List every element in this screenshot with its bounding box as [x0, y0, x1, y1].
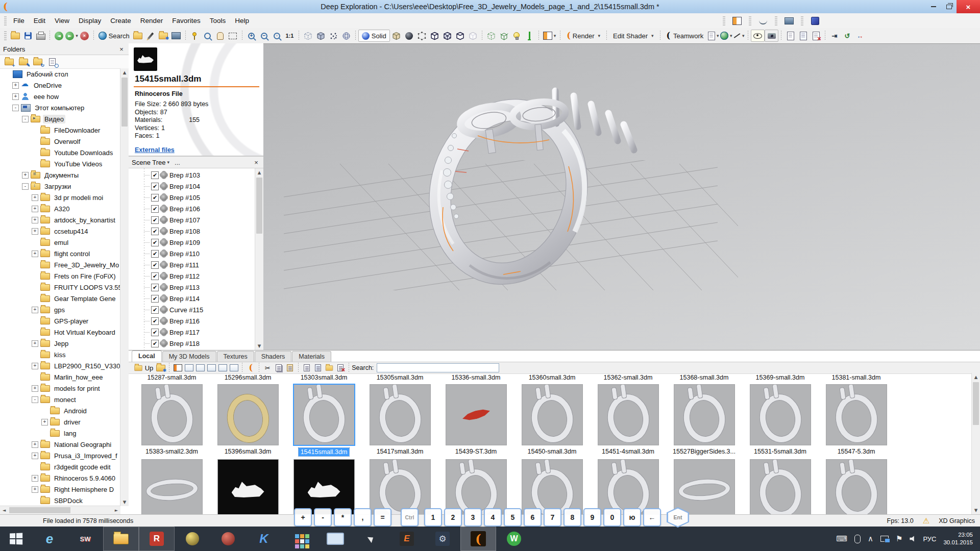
view-thumbnails-button[interactable]: [172, 363, 183, 373]
folder-tree-item[interactable]: GPS-player: [0, 315, 120, 327]
folder-tree-item[interactable]: + eee how: [0, 91, 120, 102]
file-label[interactable]: 15360small.3dm: [514, 374, 590, 382]
virtual-key[interactable]: 6: [524, 508, 542, 527]
folders-vertical-scrollbar[interactable]: ▲ ▼: [120, 68, 129, 506]
taskbar-app-button[interactable]: [317, 527, 353, 551]
expander-icon[interactable]: +: [32, 194, 38, 201]
folder-tree-item[interactable]: - Этот компьютер: [0, 102, 120, 113]
expander-icon[interactable]: +: [41, 419, 48, 425]
file-label[interactable]: 15531-5small.3dm: [752, 447, 808, 456]
scene-tree-item[interactable]: ✔ Brep #105: [129, 192, 255, 203]
taskbar-app-button[interactable]: [103, 527, 139, 551]
taskbar-app-button[interactable]: R: [139, 527, 175, 551]
folder-tree-item[interactable]: + A320: [0, 203, 120, 214]
expander-icon[interactable]: +: [32, 251, 38, 257]
thumbnail-image[interactable]: [598, 384, 659, 445]
explore-folder-button[interactable]: [47, 57, 57, 66]
expander-icon[interactable]: -: [12, 105, 19, 111]
folder-tree-item[interactable]: + ccsetup414: [0, 226, 120, 237]
virtual-key[interactable]: Ent: [667, 507, 689, 528]
close-icon[interactable]: ×: [252, 159, 260, 166]
scene-tree-item[interactable]: ✔ Curve #115: [129, 304, 255, 315]
delete-note-button[interactable]: ×: [810, 30, 822, 41]
expander-icon[interactable]: +: [32, 206, 38, 212]
notification-flag-icon[interactable]: ⚑: [896, 534, 902, 543]
textured-mode-icon[interactable]: [390, 30, 403, 41]
menu-item[interactable]: Render: [136, 14, 167, 27]
menu-item[interactable]: Tools: [205, 14, 231, 27]
view-icons-button[interactable]: [183, 363, 194, 373]
light-icon[interactable]: [510, 30, 523, 41]
scene-tree-item[interactable]: ✔ Brep #116: [129, 315, 255, 327]
file-label[interactable]: 15383-small2.3dm: [143, 447, 200, 456]
browser-tab[interactable]: Materials: [292, 351, 331, 362]
display-icon[interactable]: [782, 15, 796, 27]
keyboard-tray-icon[interactable]: ⌨: [836, 534, 847, 543]
import-file-button[interactable]: [301, 363, 312, 373]
thumbnail-image[interactable]: [674, 384, 735, 445]
scrollbar-thumb[interactable]: [256, 178, 262, 234]
hidden-line-cube-icon[interactable]: [467, 30, 479, 41]
thumbnail-image[interactable]: [750, 459, 811, 514]
file-thumbnail-item[interactable]: 15450-small.3dm: [514, 382, 590, 456]
grid-vertical-scrollbar[interactable]: ▲ ▼: [971, 373, 980, 514]
scene-tree-item[interactable]: ✔ Brep #106: [129, 203, 255, 214]
folder-tree-item[interactable]: + National Geographi: [0, 439, 120, 450]
folder-tree-item[interactable]: Overwolf: [0, 136, 120, 147]
file-thumbnail-item[interactable]: 15527BiggerSides.3...: [666, 382, 742, 456]
file-label[interactable]: 15287-small.3dm: [134, 374, 210, 382]
folder-tree-item[interactable]: + gps: [0, 304, 120, 315]
search-input[interactable]: [377, 363, 499, 372]
open-box-icon[interactable]: [498, 30, 510, 41]
thumbnail-image[interactable]: [141, 459, 203, 514]
virtual-key[interactable]: ←: [643, 508, 661, 527]
visibility-checkbox-checked[interactable]: ✔: [151, 272, 159, 280]
scene-tree-item[interactable]: ✔ Brep #111: [129, 259, 255, 270]
visibility-checkbox-checked[interactable]: ✔: [151, 306, 159, 314]
expander-icon[interactable]: +: [32, 340, 38, 347]
taskbar-app-button[interactable]: [282, 527, 317, 551]
folder-tree-item[interactable]: Marlin_how_eee: [0, 371, 120, 383]
file-label[interactable]: 15303small.3dm: [286, 374, 362, 382]
print-button[interactable]: [34, 30, 47, 41]
restore-button[interactable]: [941, 0, 957, 13]
bounding-box-mode-icon[interactable]: [302, 30, 314, 41]
scene-tree-item[interactable]: ✔ Brep #109: [129, 237, 255, 248]
taskbar-app-button[interactable]: [353, 527, 389, 551]
folder-tree-item[interactable]: + models for print: [0, 383, 120, 394]
scrollbar-thumb[interactable]: [121, 78, 128, 127]
file-thumbnail-item[interactable]: 15451-4small.3dm: [590, 382, 666, 456]
browser-tab[interactable]: My 3D Models: [162, 351, 216, 362]
view-content-button[interactable]: [228, 363, 239, 373]
visibility-checkbox-checked[interactable]: ✔: [151, 183, 159, 190]
snapshot-button[interactable]: [765, 30, 778, 42]
draw-line-dropdown[interactable]: ▾: [732, 30, 745, 41]
scene-vertical-scrollbar[interactable]: ▲ ▼: [255, 168, 263, 350]
visibility-checkbox-checked[interactable]: ✔: [151, 171, 159, 179]
virtual-key[interactable]: 2: [444, 508, 462, 527]
edit-file-button[interactable]: [324, 363, 335, 373]
folder-tree-item[interactable]: Youtube Downloads: [0, 147, 120, 158]
scene-tree-item[interactable]: ✔ Brep #110: [129, 248, 255, 259]
folder-tree-item[interactable]: - Видео: [0, 113, 120, 124]
view-list-button[interactable]: [194, 363, 206, 373]
visibility-button[interactable]: [751, 30, 765, 42]
save-button[interactable]: [21, 30, 34, 41]
virtual-key[interactable]: ,: [354, 508, 372, 527]
show-hidden-icons-chevron[interactable]: ∧: [868, 534, 873, 543]
up-button[interactable]: Up: [132, 363, 155, 373]
folder-tree-item[interactable]: - monect: [0, 394, 120, 405]
taskbar-app-button[interactable]: ⚙: [425, 527, 460, 551]
folder-tree-item[interactable]: Gear Template Gene: [0, 293, 120, 304]
thumbnail-image[interactable]: [141, 384, 203, 445]
select-tool[interactable]: [188, 30, 201, 41]
menu-item[interactable]: Favorites: [167, 14, 205, 27]
vertex-cube-mode-icon[interactable]: [415, 30, 428, 41]
file-thumbnail-item[interactable]: [286, 457, 362, 514]
export-button[interactable]: ⇥: [828, 30, 841, 41]
file-label[interactable]: 15396small.3dm: [223, 447, 274, 456]
folder-tree-item[interactable]: + 3d pr modeli moi: [0, 192, 120, 203]
file-thumbnail-item[interactable]: 15417small.3dm: [362, 382, 438, 456]
virtual-key[interactable]: ю: [623, 508, 641, 527]
file-thumbnail-item[interactable]: [514, 457, 590, 514]
